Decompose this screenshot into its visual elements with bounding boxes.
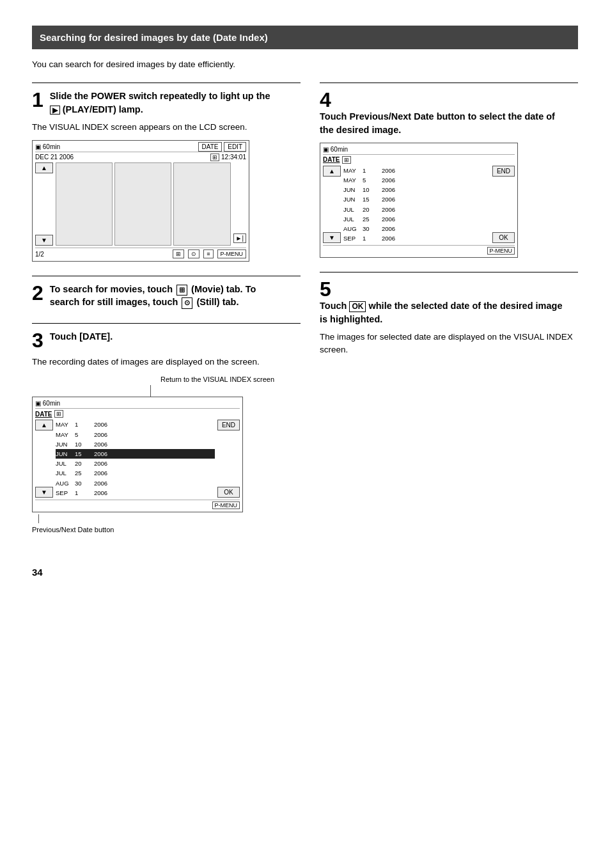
step-4: 4 Touch Previous/Next Date button to sel… [320, 83, 578, 258]
next-frame-btn[interactable]: ►| [233, 233, 247, 243]
date-row-4-5: JUL252006 [343, 214, 490, 224]
date-nav: ▲ ▼ [35, 420, 53, 498]
step-4-title: Touch Previous/Next Date button to selec… [320, 110, 563, 136]
date-row-5: JUL252006 [56, 468, 215, 478]
play-icon: ▶ [50, 106, 60, 114]
screen-3-bottom: P-MENU [35, 500, 240, 509]
date-row-3: JUN152006 [56, 449, 215, 459]
date-row-1: MAY52006 [56, 430, 215, 439]
pmenu-btn[interactable]: P-MENU [217, 249, 247, 258]
tabs-area: DATE EDIT [198, 143, 247, 150]
thumb-1 [56, 162, 113, 246]
date-row-4-3: JUN152006 [343, 194, 490, 204]
thumb-2 [114, 162, 171, 246]
date-list-4: MAY12006 MAY52006 JUN102006 JUN152006 JU [343, 166, 490, 244]
date-nav-4: ▲ ▼ [323, 166, 341, 244]
date-label: DATE [35, 411, 52, 418]
battery-icon-4: ▣ 60min [323, 146, 348, 153]
right-column: 4 Touch Previous/Next Date button to sel… [320, 83, 578, 548]
step-2: 2 To search for movies, touch ⊞ (Movie) … [32, 276, 301, 309]
intro-text: You can search for desired images by dat… [32, 58, 578, 71]
main-layout: 1 Slide the POWER switch repeatedly to l… [32, 83, 578, 548]
step-2-title: To search for movies, touch ⊞ (Movie) ta… [50, 283, 274, 309]
end-ok-col: END OK [217, 420, 240, 498]
date-list: MAY12006 MAY52006 JUN102006 JUN152006 [56, 420, 215, 498]
step-5-number: 5 [320, 279, 331, 299]
date-row-4: JUL202006 [56, 459, 215, 468]
step-5-title: Touch OK while the selected date of the … [320, 299, 563, 326]
time-display: ⊞ 12:34:01 [210, 154, 246, 161]
nav-col: ▲ ▼ [35, 162, 53, 246]
screen-3-label: DATE ⊞ [35, 410, 240, 418]
date-row-0: MAY12006 [56, 420, 215, 429]
step-1-title: Slide the POWER switch repeatedly to lig… [50, 90, 270, 116]
date-row-4-7: SEP12006 [343, 233, 490, 243]
camera-icon-btn[interactable]: ⊙ [188, 249, 199, 258]
date-icon-small: ⊞ [54, 410, 63, 418]
still-icon: ⊙ [182, 297, 192, 308]
pmenu-label-3: P-MENU [212, 501, 240, 509]
date-row-6: AUG302006 [56, 478, 215, 488]
pmenu-label-4: P-MENU [487, 247, 515, 255]
screen-4-body: ▲ ▼ MAY12006 MAY52006 JUN102006 [323, 166, 515, 244]
date-row-7: SEP12006 [56, 488, 215, 498]
step-5-body: The images for selected date are display… [320, 331, 578, 357]
screen-4-label: DATE ⊞ [323, 156, 515, 164]
step-1-body: The VISUAL INDEX screen appears on the L… [32, 121, 301, 134]
screen-4-bottom: P-MENU [323, 245, 515, 255]
screen-1-bottom: 1/2 ⊞ ⊙ ≡ P-MENU [35, 248, 246, 258]
date-row-4-0: MAY12006 [343, 166, 490, 175]
step-1-number: 1 [32, 90, 43, 110]
step-3-title: Touch [DATE]. [50, 330, 113, 343]
ok-button[interactable]: OK [217, 487, 240, 498]
screen-1-content: ▲ ▼ ►| [35, 162, 246, 246]
screen-1: ▣ 60min DATE EDIT DEC 21 2006 ⊞ 12:34:01 [32, 140, 249, 262]
movie-icon-btn[interactable]: ⊞ [173, 249, 184, 258]
date-row-4-2: JUN102006 [343, 185, 490, 194]
battery-icon: ▣ 60min [35, 143, 60, 150]
thumb-3 [173, 162, 230, 246]
date-row-4-6: AUG302006 [343, 224, 490, 233]
step-1: 1 Slide the POWER switch repeatedly to l… [32, 83, 301, 262]
date-row-4-4: JUL202006 [343, 205, 490, 214]
callout-top-label: Return to the VISUAL INDEX screen [160, 375, 274, 384]
date-display: DEC 21 2006 [35, 154, 74, 161]
step-3-body: The recording dates of images are displa… [32, 356, 301, 368]
screen-4-top: ▣ 60min [323, 146, 515, 155]
date-row-4-1: MAY52006 [343, 175, 490, 185]
screen-3-top: ▣ 60min [35, 400, 240, 409]
step-5: 5 Touch OK while the selected date of th… [320, 272, 578, 356]
step-2-number: 2 [32, 283, 43, 303]
end-button[interactable]: END [217, 420, 240, 430]
step-3-number: 3 [32, 330, 43, 351]
date-icon-4: ⊞ [342, 156, 351, 164]
date-up-btn[interactable]: ▲ [35, 420, 53, 430]
ok-icon: OK [349, 301, 366, 313]
screen-4: ▣ 60min DATE ⊞ ▲ ▼ MAY12006 [320, 143, 518, 258]
date-tab[interactable]: DATE [198, 142, 223, 152]
end-ok-col-4: END OK [492, 166, 515, 244]
movie-icon: ⊞ [176, 285, 187, 296]
list-icon-btn[interactable]: ≡ [203, 249, 213, 258]
step-3: 3 Touch [DATE]. The recording dates of i… [32, 323, 301, 533]
battery-icon-3: ▣ 60min [35, 400, 60, 407]
end-button-4[interactable]: END [492, 166, 515, 177]
callout-bottom-label: Previous/Next Date button [32, 526, 301, 533]
step-4-number: 4 [320, 90, 331, 110]
ok-button-4[interactable]: OK [492, 232, 515, 243]
date-up-btn-4[interactable]: ▲ [323, 166, 341, 177]
screen-3: ▣ 60min DATE ⊞ ▲ ▼ MAY12006 [32, 397, 243, 512]
screen-1-wrap: ▣ 60min DATE EDIT DEC 21 2006 ⊞ 12:34:01 [32, 140, 301, 262]
date-label-4: DATE [323, 156, 340, 163]
section-header: Searching for desired images by date (Da… [32, 26, 578, 49]
thumbnails [56, 162, 231, 246]
step-3-callout: Return to the VISUAL INDEX screen ▣ 60mi… [32, 375, 301, 533]
date-down-btn-4[interactable]: ▼ [323, 232, 341, 243]
date-down-btn[interactable]: ▼ [35, 487, 53, 498]
left-column: 1 Slide the POWER switch repeatedly to l… [32, 83, 301, 548]
edit-tab[interactable]: EDIT [224, 142, 246, 152]
up-button[interactable]: ▲ [35, 162, 53, 173]
down-button[interactable]: ▼ [35, 235, 53, 246]
page-indicator: 1/2 [35, 251, 44, 258]
date-row-2: JUN102006 [56, 439, 215, 449]
